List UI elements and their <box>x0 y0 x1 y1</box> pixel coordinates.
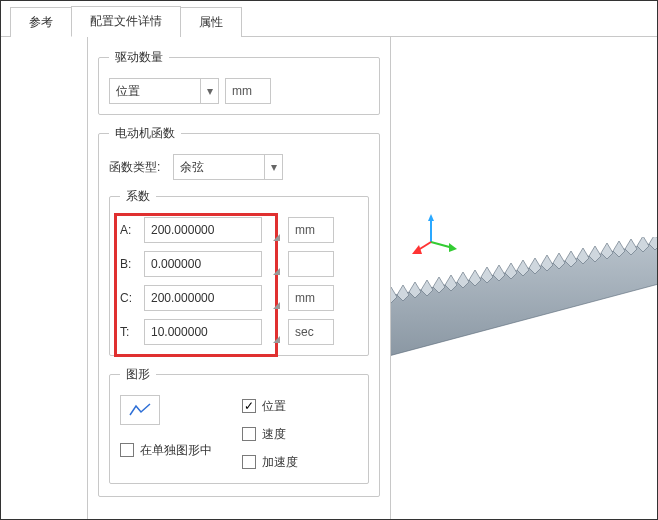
coeff-a-label: A: <box>120 223 138 237</box>
left-gutter <box>1 37 87 520</box>
svg-marker-1 <box>428 214 434 221</box>
coeff-b-label: B: <box>120 257 138 271</box>
chevron-down-icon: ▾ <box>264 155 282 179</box>
motor-function-group: 电动机函数 函数类型: 余弦 ▾ 系数 A: 200.000000 mm <box>98 125 380 497</box>
coeff-a-unit-label: mm <box>295 223 315 237</box>
3d-viewport[interactable] <box>391 37 657 520</box>
drive-type-value: 位置 <box>110 83 200 100</box>
drag-handle-icon[interactable] <box>268 285 282 311</box>
coeff-b-unit[interactable] <box>288 251 334 277</box>
drive-quantity-legend: 驱动数量 <box>109 49 169 66</box>
line-chart-icon <box>129 403 151 417</box>
coeff-c-input[interactable]: 200.000000 <box>144 285 262 311</box>
coeff-t-input[interactable]: 10.000000 <box>144 319 262 345</box>
graph-preview-button[interactable] <box>120 395 160 425</box>
chevron-down-icon: ▾ <box>200 79 218 103</box>
motor-function-legend: 电动机函数 <box>109 125 181 142</box>
tab-reference-label: 参考 <box>29 15 53 29</box>
coeff-a-unit[interactable]: mm <box>288 217 334 243</box>
graph-group: 图形 在单独图形中 位置 <box>109 366 369 484</box>
drag-handle-icon[interactable] <box>268 319 282 345</box>
position-checkbox[interactable] <box>242 399 256 413</box>
separate-graph-label: 在单独图形中 <box>140 442 212 459</box>
coeff-c-unit[interactable]: mm <box>288 285 334 311</box>
tab-profile-label: 配置文件详情 <box>90 14 162 28</box>
acceleration-checkbox[interactable] <box>242 455 256 469</box>
profile-panel: 驱动数量 位置 ▾ mm 电动机函数 函数类型: 余弦 ▾ 系数 <box>87 37 391 520</box>
coeff-t-label: T: <box>120 325 138 339</box>
tab-reference[interactable]: 参考 <box>10 7 72 37</box>
function-type-label: 函数类型: <box>109 159 167 176</box>
velocity-label: 速度 <box>262 426 286 443</box>
coeff-b-input[interactable]: 0.000000 <box>144 251 262 277</box>
coefficients-group: 系数 A: 200.000000 mm B: 0.000000 C: 200.0… <box>109 188 369 356</box>
drive-unit-box[interactable]: mm <box>225 78 271 104</box>
coefficients-legend: 系数 <box>120 188 156 205</box>
separate-graph-checkbox[interactable] <box>120 443 134 457</box>
position-label: 位置 <box>262 398 286 415</box>
rack-gear-model <box>391 237 657 397</box>
tab-attributes-label: 属性 <box>199 15 223 29</box>
drive-quantity-group: 驱动数量 位置 ▾ mm <box>98 49 380 115</box>
coeff-c-label: C: <box>120 291 138 305</box>
function-type-dropdown[interactable]: 余弦 ▾ <box>173 154 283 180</box>
coeff-a-input[interactable]: 200.000000 <box>144 217 262 243</box>
main-area: 驱动数量 位置 ▾ mm 电动机函数 函数类型: 余弦 ▾ 系数 <box>1 37 657 520</box>
drag-handle-icon[interactable] <box>268 251 282 277</box>
graph-legend: 图形 <box>120 366 156 383</box>
drive-type-dropdown[interactable]: 位置 ▾ <box>109 78 219 104</box>
drive-unit-label: mm <box>232 84 252 98</box>
function-type-value: 余弦 <box>174 159 264 176</box>
coeff-t-unit[interactable]: sec <box>288 319 334 345</box>
coeff-c-unit-label: mm <box>295 291 315 305</box>
tab-profile-detail[interactable]: 配置文件详情 <box>71 6 181 37</box>
tab-attributes[interactable]: 属性 <box>180 7 242 37</box>
coeff-t-unit-label: sec <box>295 325 314 339</box>
tab-strip: 参考 配置文件详情 属性 <box>1 1 657 37</box>
acceleration-label: 加速度 <box>262 454 298 471</box>
velocity-checkbox[interactable] <box>242 427 256 441</box>
drag-handle-icon[interactable] <box>268 217 282 243</box>
